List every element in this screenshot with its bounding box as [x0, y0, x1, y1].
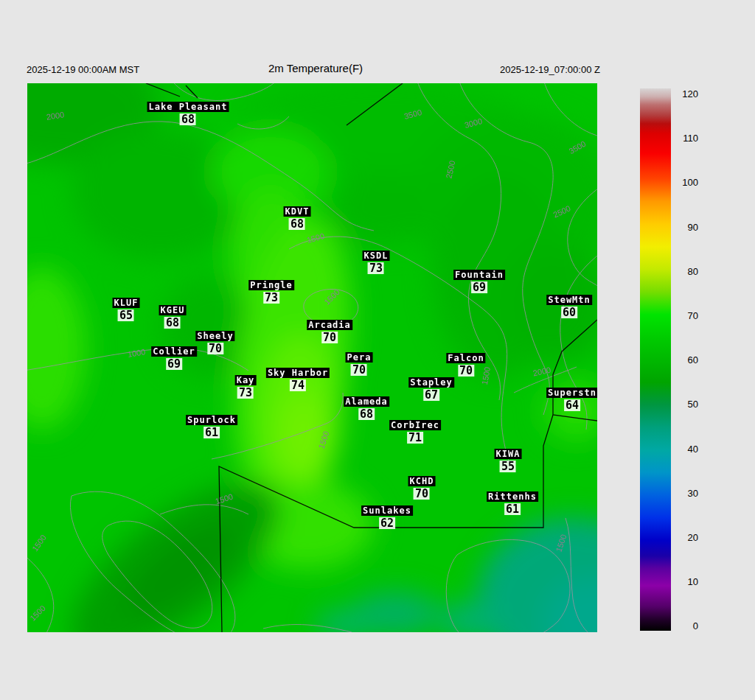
- station-name: Sheely: [195, 331, 234, 341]
- station-name: Alameda: [344, 396, 389, 407]
- station-value: 73: [263, 292, 279, 304]
- station-alameda: Alameda68: [344, 396, 389, 420]
- station-name: Falcon: [446, 353, 485, 363]
- station-value: 60: [561, 307, 577, 318]
- station-kiwa: KIWA55: [495, 449, 522, 472]
- colorbar-tick-30: 30: [673, 487, 698, 498]
- station-name: KCHD: [408, 476, 436, 486]
- station-name: Sunlakes: [361, 505, 413, 516]
- station-value: 64: [564, 399, 580, 411]
- station-value: 55: [500, 461, 516, 472]
- station-name: Lake Pleasant: [147, 102, 229, 112]
- colorbar-tick-70: 70: [673, 310, 698, 321]
- station-kdvt: KDVT68: [284, 206, 311, 230]
- station-value: 73: [237, 387, 254, 399]
- station-collier: Collier69: [151, 346, 197, 370]
- left-timestamp: 2025-12-19 00:00AM MST: [27, 64, 139, 75]
- right-timestamp: 2025-12-19_07:00:00 Z: [498, 64, 602, 75]
- station-name: KGEU: [159, 305, 187, 315]
- station-corbirec: CorbIrec71: [389, 420, 441, 444]
- station-value: 69: [166, 358, 182, 370]
- colorbar-tick-10: 10: [673, 576, 698, 587]
- station-value: 73: [368, 262, 384, 274]
- station-kluf: KLUF65: [113, 298, 140, 321]
- colorbar-tick-90: 90: [673, 221, 698, 232]
- station-value: 70: [351, 364, 367, 376]
- station-name: Spurlock: [186, 415, 237, 425]
- station-name: KLUF: [113, 298, 140, 308]
- colorbar-tick-0: 0: [673, 620, 698, 631]
- temperature-colorbar: [640, 88, 671, 631]
- station-name: StewMtn: [546, 295, 592, 305]
- station-value: 67: [423, 389, 439, 401]
- station-value: 68: [289, 218, 305, 230]
- colorbar-tick-20: 20: [673, 532, 698, 543]
- station-name: KSDL: [363, 251, 390, 261]
- station-name: Pera: [346, 352, 373, 363]
- station-name: Sky Harbor: [266, 368, 330, 378]
- station-pringle: Pringle73: [248, 280, 294, 304]
- station-name: Stapley: [408, 377, 454, 388]
- station-name: Fountain: [453, 270, 505, 280]
- station-fountain: Fountain69: [453, 270, 505, 293]
- station-name: Arcadia: [307, 320, 352, 330]
- station-stapley: Stapley67: [408, 377, 454, 401]
- colorbar-tick-50: 50: [673, 399, 698, 410]
- station-value: 70: [207, 343, 223, 354]
- station-kchd: KCHD70: [408, 476, 436, 500]
- station-value: 70: [321, 332, 338, 343]
- station-pera: Pera70: [346, 352, 373, 376]
- colorbar-tick-110: 110: [673, 133, 698, 144]
- station-sky-harbor: Sky Harbor74: [266, 368, 330, 391]
- station-name: CorbIrec: [389, 420, 441, 430]
- station-value: 62: [379, 517, 395, 529]
- station-value: 61: [504, 503, 521, 515]
- station-value: 69: [471, 281, 487, 293]
- weather-map-page: 2025-12-19 00:00AM MST 2m Temperature(F)…: [0, 0, 755, 700]
- colorbar-tick-60: 60: [673, 354, 698, 365]
- colorbar-tick-120: 120: [673, 88, 698, 99]
- temperature-map: 2000350030002500350025001500150010001500…: [27, 83, 597, 632]
- station-value: 68: [180, 113, 196, 125]
- station-name: Collier: [151, 346, 197, 357]
- station-lake-pleasant: Lake Pleasant68: [147, 102, 229, 125]
- station-arcadia: Arcadia70: [307, 320, 352, 343]
- station-rittenhs: Rittenhs61: [487, 491, 538, 515]
- colorbar-tick-80: 80: [673, 265, 698, 276]
- station-value: 70: [414, 488, 430, 500]
- station-kgeu: KGEU68: [159, 305, 187, 329]
- colorbar-tick-40: 40: [673, 443, 698, 454]
- station-value: 74: [290, 379, 306, 391]
- station-spurlock: Spurlock61: [186, 415, 237, 438]
- station-kay: Kay73: [235, 375, 257, 399]
- station-name: Pringle: [248, 280, 294, 290]
- colorbar-tick-100: 100: [673, 177, 698, 188]
- station-value: 68: [164, 317, 181, 329]
- station-stewmtn: StewMtn60: [546, 295, 592, 318]
- temperature-field-svg: [27, 83, 597, 632]
- station-ksdl: KSDL73: [363, 251, 390, 274]
- station-superstn: Superstn64: [546, 388, 597, 411]
- station-value: 68: [358, 408, 375, 420]
- station-name: KIWA: [495, 449, 522, 459]
- page-title: 2m Temperature(F): [264, 62, 367, 74]
- station-value: 61: [203, 427, 220, 438]
- station-sunlakes: Sunlakes62: [361, 505, 413, 529]
- station-sheely: Sheely70: [195, 331, 234, 354]
- station-name: Rittenhs: [487, 491, 538, 502]
- station-value: 65: [118, 309, 134, 321]
- station-value: 70: [458, 365, 474, 377]
- station-name: Superstn: [546, 388, 597, 398]
- station-falcon: Falcon70: [446, 353, 485, 377]
- station-value: 71: [407, 432, 423, 444]
- station-name: Kay: [235, 375, 257, 385]
- station-name: KDVT: [284, 206, 311, 217]
